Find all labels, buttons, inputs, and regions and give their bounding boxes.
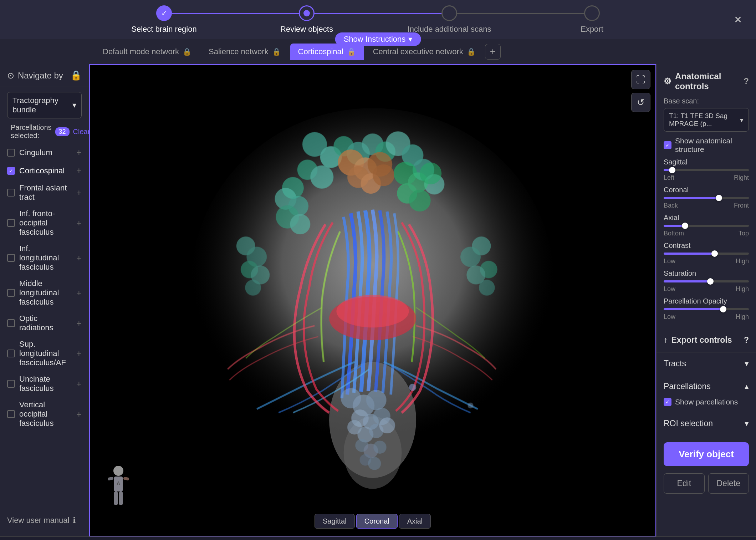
- tract-item[interactable]: Inf. fronto-occipital fasciculus +: [4, 205, 85, 240]
- show-parcellations-checkbox[interactable]: [664, 398, 671, 406]
- tract-item[interactable]: Uncinate fasciculus +: [4, 371, 85, 397]
- roi-label: ROI selection: [664, 419, 713, 428]
- tract-label: Middle longitudinal fasciculus: [19, 279, 72, 307]
- add-tract-icon[interactable]: +: [76, 409, 82, 420]
- svg-rect-66: [119, 491, 123, 505]
- svg-point-35: [366, 390, 387, 410]
- add-tract-icon[interactable]: +: [76, 378, 82, 389]
- svg-point-12: [310, 165, 333, 189]
- help-icon[interactable]: ?: [744, 76, 749, 86]
- axial-slider[interactable]: [664, 225, 749, 227]
- lock-icon: 🔒: [467, 47, 476, 56]
- saturation-right: High: [736, 285, 749, 293]
- step-circle-4: [584, 5, 600, 21]
- tab-default-mode-network[interactable]: Default mode network 🔒: [95, 44, 199, 60]
- add-tract-icon[interactable]: +: [76, 165, 82, 176]
- tract-item[interactable]: Cingulum +: [4, 143, 85, 162]
- tract-item[interactable]: Inf. longitudinal fasciculus +: [4, 240, 85, 275]
- info-icon: ℹ: [73, 516, 76, 525]
- coronal-left: Back: [664, 202, 678, 209]
- svg-point-58: [409, 384, 416, 391]
- add-tract-icon[interactable]: +: [76, 187, 82, 198]
- add-tract-icon[interactable]: +: [76, 318, 82, 329]
- close-button[interactable]: ×: [734, 12, 742, 27]
- export-controls-header[interactable]: ↑ Export controls ?: [664, 335, 749, 345]
- chevron-down-icon: ▾: [740, 116, 744, 124]
- axial-view-button[interactable]: Axial: [399, 514, 431, 529]
- verify-object-button[interactable]: Verify object: [664, 442, 749, 466]
- help-icon-export[interactable]: ?: [744, 335, 749, 345]
- add-tract-icon[interactable]: +: [76, 218, 82, 229]
- roi-collapsible-header[interactable]: ROI selection ▾: [664, 412, 749, 435]
- delete-button[interactable]: Delete: [708, 473, 749, 494]
- parcellation-opacity-fill: [664, 308, 723, 310]
- left-sidebar: ⊙ Navigate by 🔒 Tractography bundle ▾ Pa…: [0, 64, 89, 536]
- sagittal-slider[interactable]: [664, 169, 749, 171]
- navigate-by-label: ⊙ Navigate by: [7, 71, 63, 81]
- sagittal-thumb: [669, 167, 675, 173]
- svg-rect-63: [107, 477, 113, 481]
- parcellation-opacity-slider[interactable]: [664, 308, 749, 310]
- add-tab-button[interactable]: +: [485, 44, 501, 60]
- svg-rect-65: [114, 491, 118, 505]
- step-select-brain: Select brain region: [93, 5, 235, 34]
- tract-label: Optic radiations: [19, 314, 72, 332]
- reset-view-button[interactable]: ↺: [631, 93, 650, 112]
- show-anatomical-toggle[interactable]: Show anatomical structure: [664, 137, 749, 154]
- export-icon: ↑: [664, 335, 668, 345]
- tract-item[interactable]: Optic radiations +: [4, 310, 85, 336]
- tract-item[interactable]: Sup. longitudinal fasciculus/AF +: [4, 336, 85, 371]
- export-controls-section: ↑ Export controls ?: [657, 328, 756, 352]
- contrast-right: High: [736, 258, 749, 265]
- svg-point-47: [368, 457, 381, 470]
- parcellations-collapsible-header[interactable]: Parcellations ▴: [664, 375, 749, 398]
- tab-salience-network[interactable]: Salience network 🔒: [201, 44, 289, 60]
- tract-item[interactable]: Vertical occipital fasciculus +: [4, 397, 85, 432]
- stepper-bar: Select brain region Review objects Inclu…: [0, 0, 756, 39]
- svg-point-60: [113, 466, 123, 476]
- anatomical-controls-section: ⚙ Anatomical controls ? Base scan: T1: T…: [657, 64, 756, 328]
- svg-point-54: [460, 247, 481, 267]
- sagittal-right: Right: [734, 174, 749, 182]
- add-tract-icon[interactable]: +: [76, 253, 82, 264]
- svg-point-26: [409, 190, 431, 212]
- show-anatomical-label: Show anatomical structure: [675, 137, 749, 154]
- tract-item[interactable]: Frontal aslant tract +: [4, 180, 85, 205]
- tract-checkbox: [7, 410, 15, 418]
- center-area: ⛶ ↺ A: [89, 64, 656, 536]
- svg-point-21: [373, 164, 394, 186]
- expand-button[interactable]: ⛶: [631, 70, 650, 89]
- clear-parcellations-button[interactable]: Clear: [73, 128, 90, 136]
- coronal-view-button[interactable]: Coronal: [356, 514, 398, 529]
- bottom-bar: ⬡ › Wizard › Quicktome › Select brain re…: [0, 536, 756, 540]
- contrast-slider[interactable]: [664, 253, 749, 255]
- tractography-dropdown[interactable]: Tractography bundle ▾: [7, 92, 82, 118]
- sidebar-header: ⊙ Navigate by 🔒: [0, 70, 89, 87]
- parcellation-opacity-slider-row: Parcellation Opacity Low High: [664, 297, 749, 321]
- tract-label: Vertical occipital fasciculus: [19, 400, 72, 428]
- view-manual-button[interactable]: View user manual ℹ: [0, 510, 89, 531]
- coronal-slider[interactable]: [664, 197, 749, 199]
- human-figure: A: [104, 464, 133, 514]
- lock-icon: 🔒: [272, 47, 281, 56]
- chevron-up-icon: ▴: [745, 382, 749, 391]
- add-tract-icon[interactable]: +: [76, 287, 82, 299]
- add-tract-icon[interactable]: +: [76, 348, 82, 359]
- add-tract-icon[interactable]: +: [76, 147, 82, 158]
- sagittal-view-button[interactable]: Sagittal: [315, 514, 355, 529]
- tract-label: Uncinate fasciculus: [19, 375, 72, 393]
- tract-checkbox: [7, 254, 15, 262]
- saturation-label: Saturation: [664, 269, 749, 277]
- parcellations-bar: Parcellations selected: 32 Clear: [0, 123, 89, 143]
- tracts-collapsible-header[interactable]: Tracts ▾: [664, 352, 749, 375]
- saturation-slider[interactable]: [664, 280, 749, 282]
- tract-item[interactable]: Middle longitudinal fasciculus +: [4, 275, 85, 310]
- chevron-down-icon: ▾: [745, 359, 749, 368]
- edit-button[interactable]: Edit: [664, 473, 705, 494]
- show-instructions-button[interactable]: Show Instructions ▾: [335, 32, 421, 46]
- tract-item[interactable]: Corticospinal +: [4, 162, 85, 180]
- show-parcellations-label: Show parcellations: [675, 398, 738, 406]
- scan-value: T1: T1 TFE 3D Sag MPRAGE (p...: [669, 112, 740, 128]
- parcellation-opacity-thumb: [720, 306, 726, 312]
- scan-dropdown[interactable]: T1: T1 TFE 3D Sag MPRAGE (p... ▾: [664, 108, 749, 132]
